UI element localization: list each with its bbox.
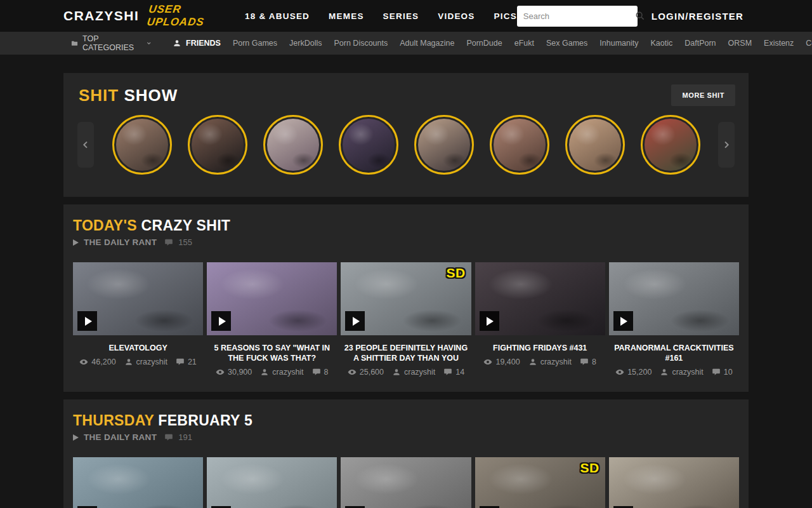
views-count: 46,200: [91, 358, 115, 366]
login-register-link[interactable]: LOGIN/REGISTER: [652, 11, 743, 22]
carousel-right-button[interactable]: [718, 122, 735, 168]
shit-show-panel: SHIT SHOW MORE SHIT: [63, 73, 749, 197]
search-input[interactable]: [523, 11, 635, 21]
play-button[interactable]: [77, 311, 97, 331]
friends-link[interactable]: FRIENDS: [173, 39, 221, 48]
daily-rant-link[interactable]: THE DAILY RANT: [84, 432, 157, 442]
video-card[interactable]: SD: [341, 457, 471, 508]
video-thumbnail[interactable]: SD: [475, 457, 605, 508]
video-card[interactable]: SD ELEVATOLOGY 46,200: [73, 262, 203, 377]
video-title[interactable]: FIGHTING FRIDAYS #431: [478, 343, 603, 353]
carousel-avatar[interactable]: [414, 115, 474, 175]
partner-link[interactable]: Sex Games: [546, 39, 587, 48]
views-stat: 30,900: [216, 368, 252, 377]
eye-icon: [483, 358, 492, 366]
video-title[interactable]: 5 REASONS TO SAY "WHAT IN THE FUCK WAS T…: [209, 343, 334, 363]
comment-bubble-icon: [712, 368, 721, 377]
partner-link[interactable]: ORSM: [728, 39, 752, 48]
nav-item-18-abused[interactable]: 18 & ABUSED: [245, 11, 310, 21]
video-thumbnail[interactable]: SD: [341, 262, 471, 335]
search-icon[interactable]: [635, 11, 645, 21]
video-thumbnail[interactable]: SD: [73, 457, 203, 508]
person-icon: [260, 368, 269, 377]
play-button[interactable]: [480, 311, 499, 331]
video-card[interactable]: SD: [475, 457, 605, 508]
shit-show-title-rest: SHOW: [124, 86, 178, 105]
daily-rant-link[interactable]: THE DAILY RANT: [84, 237, 157, 247]
play-button[interactable]: [345, 311, 365, 331]
author-stat: crazyshit: [260, 368, 303, 377]
carousel-avatar[interactable]: [112, 115, 172, 175]
carousel-avatar[interactable]: [339, 115, 398, 175]
video-title[interactable]: ELEVATOLOGY: [75, 343, 200, 353]
main-nav: 18 & ABUSED MEMES SERIES VIDEOS PICS: [245, 11, 517, 21]
carousel-avatar[interactable]: [490, 115, 549, 175]
video-card[interactable]: SD 23 PEOPLE DEFINITELY HAVING A SHITTIE…: [341, 262, 471, 377]
video-card[interactable]: SD FIGHTING FRIDAYS #431 19,400: [475, 262, 605, 377]
carousel-avatar[interactable]: [188, 115, 247, 175]
person-icon: [173, 39, 181, 48]
eye-icon: [348, 368, 357, 377]
carousel-avatar[interactable]: [641, 115, 700, 175]
partner-link[interactable]: Kaotic: [650, 39, 672, 48]
shit-show-title-accent: SHIT: [79, 86, 119, 105]
todays-section-header: TODAY'S CRAZY SHIT THE DAILY RANT 155: [63, 204, 749, 247]
top-categories-dropdown[interactable]: TOP CATEGORIES: [71, 34, 152, 52]
play-button[interactable]: [613, 311, 633, 331]
video-thumbnail[interactable]: SD: [609, 457, 739, 508]
partner-link[interactable]: Porn Discounts: [334, 39, 388, 48]
avatar-thumbnail: [343, 119, 395, 171]
partner-link[interactable]: Existenz: [764, 39, 794, 48]
comments-stat: 14: [443, 368, 464, 377]
carousel-avatar[interactable]: [263, 115, 323, 175]
partner-link[interactable]: eFukt: [514, 39, 534, 48]
category-bar: TOP CATEGORIES FRIENDS Porn Games JerkDo…: [0, 32, 812, 55]
play-button[interactable]: [211, 311, 231, 331]
site-logo[interactable]: CRAZYSHI: [63, 8, 139, 23]
partner-link[interactable]: DaftPorn: [684, 39, 716, 48]
play-triangle-icon: [73, 239, 79, 246]
video-meta: 15,200 crazyshit 10: [609, 368, 739, 377]
video-title[interactable]: 23 PEOPLE DEFINITELY HAVING A SHITTIER D…: [343, 343, 468, 363]
carousel-avatar[interactable]: [565, 115, 625, 175]
shit-show-title: SHIT SHOW: [79, 86, 178, 105]
video-card[interactable]: SD PARANORMAL CRACKTIVITIES #161 15,200: [609, 262, 739, 377]
partner-link[interactable]: Porn Games: [233, 39, 277, 48]
video-card[interactable]: SD: [207, 457, 337, 508]
eye-icon: [615, 368, 624, 377]
video-thumbnail[interactable]: SD: [341, 457, 471, 508]
more-shit-button[interactable]: MORE SHIT: [671, 84, 735, 106]
author-name: crazyshit: [540, 358, 572, 366]
logo-tagline[interactable]: USER UPLOADS: [147, 3, 229, 29]
thursday-cards: SD SD SD: [63, 442, 749, 508]
top-header: CRAZYSHI USER UPLOADS 18 & ABUSED MEMES …: [0, 0, 812, 32]
author-name: crazyshit: [136, 358, 167, 366]
thursday-section-header: THURSDAY FEBRUARY 5 THE DAILY RANT 191: [63, 399, 749, 442]
video-title[interactable]: PARANORMAL CRACKTIVITIES #161: [612, 343, 737, 363]
carousel-items: [94, 115, 718, 175]
eye-icon: [216, 368, 225, 377]
video-thumbnail[interactable]: SD: [207, 457, 337, 508]
video-card[interactable]: SD 5 REASONS TO SAY "WHAT IN THE FUCK WA…: [207, 262, 337, 377]
eye-icon: [79, 358, 88, 366]
author-stat: crazyshit: [660, 368, 703, 377]
video-thumbnail[interactable]: SD: [609, 262, 739, 335]
partner-link[interactable]: PornDude: [466, 39, 502, 48]
partner-link[interactable]: JerkDolls: [289, 39, 322, 48]
video-card[interactable]: SD: [609, 457, 739, 508]
video-thumbnail[interactable]: SD: [73, 262, 203, 335]
partner-link[interactable]: Celebs: [806, 39, 812, 48]
partner-link[interactable]: Adult Magazine: [400, 39, 454, 48]
nav-item-pics[interactable]: PICS: [494, 11, 517, 21]
play-triangle-icon: [73, 434, 79, 441]
nav-item-series[interactable]: SERIES: [383, 11, 419, 21]
nav-item-videos[interactable]: VIDEOS: [438, 11, 475, 21]
video-thumbnail[interactable]: SD: [207, 262, 337, 335]
video-thumbnail[interactable]: SD: [475, 262, 605, 335]
video-card[interactable]: SD: [73, 457, 203, 508]
carousel-left-button[interactable]: [77, 122, 94, 168]
nav-item-memes[interactable]: MEMES: [329, 11, 364, 21]
avatar-thumbnail: [267, 119, 319, 171]
partner-link[interactable]: Inhumanity: [599, 39, 638, 48]
avatar-thumbnail: [494, 119, 546, 171]
